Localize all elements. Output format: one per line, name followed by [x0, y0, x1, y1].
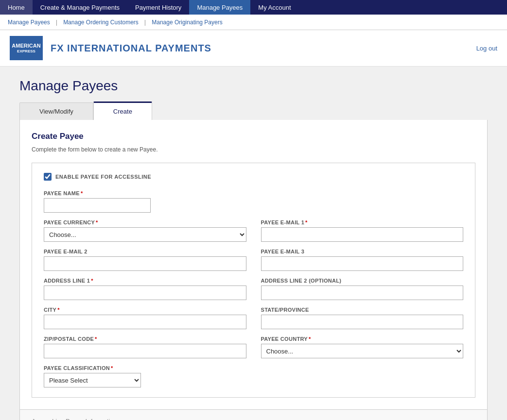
city-input[interactable]: [44, 315, 246, 329]
address1-required: *: [91, 278, 93, 284]
tabs-container: View/Modify Create: [0, 101, 507, 120]
payee-currency-group: PAYEE CURRENCY* Choose...: [44, 219, 246, 242]
tabs: View/Modify Create: [19, 101, 488, 120]
country-group: PAYEE COUNTRY* Choose...: [261, 336, 464, 358]
zip-input[interactable]: [44, 344, 246, 358]
nav-home[interactable]: Home: [0, 0, 33, 15]
country-select[interactable]: Choose...: [261, 344, 464, 358]
accessline-section: AccessLine Payee Information: [19, 410, 488, 420]
main-content: Create Payee Complete the form below to …: [19, 120, 488, 410]
classification-group: PAYEE CLASSIFICATION* Please Select: [44, 365, 246, 387]
payee-name-label: PAYEE NAME*: [44, 190, 463, 196]
header-title: FX INTERNATIONAL PAYMENTS: [51, 43, 211, 54]
payee-currency-required: *: [96, 219, 98, 225]
subnav-manage-payees[interactable]: Manage Payees: [8, 19, 56, 26]
zip-label: ZIP/POSTAL CODE*: [44, 336, 246, 342]
separator-2: |: [144, 18, 146, 26]
accessline-checkbox-label: ENABLE PAYEE FOR ACCESSLINE: [55, 174, 151, 180]
nav-manage-payees[interactable]: Manage Payees: [189, 0, 250, 15]
payee-email1-input[interactable]: [261, 227, 464, 242]
subnav-originating-payers[interactable]: Manage Originating Payers: [152, 19, 228, 26]
page-title-section: Manage Payees: [0, 67, 507, 101]
classification-required: *: [111, 365, 113, 371]
city-group: CITY*: [44, 307, 246, 329]
payee-email1-group: PAYEE E-MAIL 1*: [261, 219, 464, 242]
payee-name-required: *: [81, 190, 83, 196]
payee-email3-label: PAYEE E-MAIL 3: [261, 249, 464, 254]
tab-create[interactable]: Create: [93, 101, 152, 120]
logo-express: EXPRESS: [17, 49, 35, 54]
accessline-title: AccessLine Payee Information: [32, 418, 117, 420]
checkbox-row: ENABLE PAYEE FOR ACCESSLINE: [44, 173, 463, 181]
payee-name-group: PAYEE NAME*: [44, 190, 463, 213]
city-label: CITY*: [44, 307, 246, 313]
payee-email3-input[interactable]: [261, 256, 464, 271]
accessline-checkbox[interactable]: [44, 173, 52, 181]
payee-email2-label: PAYEE E-MAIL 2: [44, 249, 246, 254]
nav-payment-history[interactable]: Payment History: [127, 0, 189, 15]
logo-american: AMERICAN: [12, 43, 40, 49]
top-nav: Home Create & Manage Payments Payment Hi…: [0, 0, 507, 15]
state-label: STATE/PROVINCE: [261, 307, 464, 313]
amex-logo: AMERICAN EXPRESS: [10, 36, 43, 60]
logout-button[interactable]: Log out: [476, 45, 497, 52]
country-label: PAYEE COUNTRY*: [261, 336, 464, 342]
payee-name-input[interactable]: [44, 198, 151, 213]
zip-group: ZIP/POSTAL CODE*: [44, 336, 246, 358]
state-group: STATE/PROVINCE: [261, 307, 464, 329]
country-required: *: [309, 336, 311, 342]
separator-1: |: [56, 18, 57, 26]
nav-my-account[interactable]: My Account: [250, 0, 298, 15]
nav-create-manage[interactable]: Create & Manage Payments: [33, 0, 127, 15]
city-required: *: [57, 307, 60, 313]
payee-currency-label: PAYEE CURRENCY*: [44, 219, 246, 225]
address2-group: ADDRESS LINE 2 (OPTIONAL): [261, 278, 464, 300]
payee-currency-select[interactable]: Choose...: [44, 227, 246, 242]
form-box: ENABLE PAYEE FOR ACCESSLINE PAYEE NAME* …: [32, 163, 475, 398]
payee-email1-label: PAYEE E-MAIL 1*: [261, 219, 464, 225]
classification-label: PAYEE CLASSIFICATION*: [44, 365, 246, 371]
payee-email2-input[interactable]: [44, 256, 246, 271]
sub-nav: Manage Payees | Manage Ordering Customer…: [0, 15, 507, 30]
classification-select[interactable]: Please Select: [44, 373, 141, 387]
section-title: Create Payee: [32, 132, 475, 141]
page-title: Manage Payees: [19, 78, 488, 94]
state-input[interactable]: [261, 315, 464, 329]
subnav-ordering-customers[interactable]: Manage Ordering Customers: [63, 19, 144, 26]
header-left: AMERICAN EXPRESS FX INTERNATIONAL PAYMEN…: [10, 36, 211, 60]
address2-label: ADDRESS LINE 2 (OPTIONAL): [261, 278, 464, 284]
header: AMERICAN EXPRESS FX INTERNATIONAL PAYMEN…: [0, 30, 507, 67]
section-desc: Complete the form below to create a new …: [32, 146, 475, 153]
address1-input[interactable]: [44, 286, 246, 300]
payee-email2-group: PAYEE E-MAIL 2: [44, 249, 246, 271]
address1-group: ADDRESS LINE 1*: [44, 278, 246, 300]
address2-input[interactable]: [261, 286, 464, 300]
zip-required: *: [95, 336, 97, 342]
payee-email1-required: *: [305, 219, 308, 225]
address1-label: ADDRESS LINE 1*: [44, 278, 246, 284]
tab-view-modify[interactable]: View/Modify: [19, 102, 93, 120]
payee-email3-group: PAYEE E-MAIL 3: [261, 249, 464, 271]
form-grid: PAYEE NAME* PAYEE CURRENCY* Choose...: [44, 190, 463, 387]
